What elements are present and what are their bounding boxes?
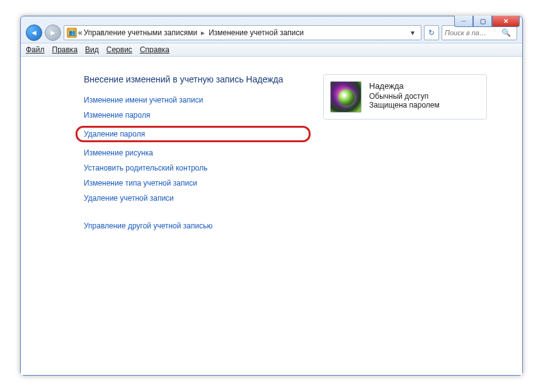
link-parental-controls[interactable]: Установить родительский контроль (84, 164, 208, 172)
actions-column: Внесение изменений в учетную запись Наде… (84, 74, 311, 375)
refresh-button[interactable]: ↻ (424, 25, 439, 40)
search-icon: 🔍 (501, 28, 511, 37)
breadcrumb[interactable]: 👥 « Управление учетными записями ▸ Измен… (64, 25, 421, 40)
maximize-button[interactable]: ▢ (473, 16, 492, 27)
breadcrumb-dropdown[interactable]: ▾ (407, 26, 418, 40)
minimize-button[interactable]: ─ (454, 16, 473, 27)
page-title: Внесение изменений в учетную запись Наде… (84, 74, 311, 84)
account-card: Надежда Обычный доступ Защищена паролем (323, 74, 487, 120)
link-rename-account[interactable]: Изменение имени учетной записи (84, 96, 203, 104)
menu-help[interactable]: Справка (140, 45, 169, 54)
user-accounts-icon: 👥 (67, 28, 77, 38)
search-box[interactable]: 🔍 (442, 25, 517, 40)
account-info: Надежда Обычный доступ Защищена паролем (369, 81, 440, 113)
menu-file[interactable]: Файл (26, 45, 45, 54)
breadcrumb-item-2[interactable]: Изменение учетной записи (209, 28, 304, 37)
link-change-picture[interactable]: Изменение рисунка (84, 148, 153, 157)
window-controls: ─ ▢ ✕ (454, 16, 520, 27)
link-delete-account[interactable]: Удаление учетной записи (84, 194, 174, 203)
navigation-bar: ◄ ► 👥 « Управление учетными записями ▸ И… (21, 21, 522, 43)
spacer (84, 209, 311, 215)
account-column: Надежда Обычный доступ Защищена паролем (323, 74, 487, 375)
account-type: Обычный доступ (369, 92, 440, 101)
breadcrumb-prefix: « (78, 28, 83, 37)
content-area: Внесение изменений в учетную запись Наде… (21, 57, 522, 375)
link-change-password[interactable]: Изменение пароля (84, 111, 150, 120)
menu-edit[interactable]: Правка (52, 45, 78, 54)
menubar: Файл Правка Вид Сервис Справка (21, 43, 522, 57)
account-name: Надежда (369, 81, 440, 91)
account-status: Защищена паролем (369, 101, 440, 109)
breadcrumb-item-1[interactable]: Управление учетными записями (84, 28, 197, 37)
action-links: Изменение имени учетной записи Изменение… (84, 96, 311, 230)
explorer-window: ─ ▢ ✕ ◄ ► 👥 « Управление учетными запися… (20, 16, 523, 376)
menu-tools[interactable]: Сервис (106, 45, 132, 54)
titlebar[interactable] (21, 16, 522, 21)
menu-view[interactable]: Вид (85, 45, 99, 54)
back-button[interactable]: ◄ (26, 25, 42, 41)
link-change-account-type[interactable]: Изменение типа учетной записи (84, 179, 197, 188)
forward-button[interactable]: ► (45, 25, 61, 41)
highlight-annotation: Удаление пароля (76, 126, 311, 142)
avatar (330, 81, 362, 113)
link-manage-other-account[interactable]: Управление другой учетной записью (84, 221, 212, 230)
search-input[interactable] (445, 29, 501, 36)
link-remove-password[interactable]: Удаление пароля (84, 130, 145, 138)
close-button[interactable]: ✕ (492, 16, 520, 27)
chevron-right-icon: ▸ (198, 28, 207, 37)
